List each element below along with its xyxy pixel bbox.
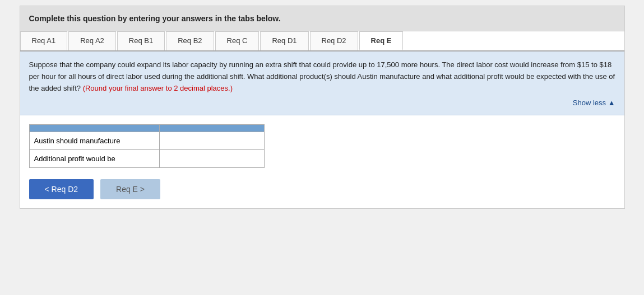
- additional-profit-input[interactable]: [164, 153, 259, 164]
- tab-req-a1[interactable]: Req A1: [20, 31, 68, 50]
- austin-manufacture-input[interactable]: [164, 135, 259, 146]
- show-less-container: Show less ▲: [29, 99, 615, 107]
- row1-input-cell[interactable]: [160, 132, 264, 150]
- row2-input-cell[interactable]: [160, 150, 264, 168]
- row1-label: Austin should manufacture: [29, 132, 160, 150]
- question-text-highlight: (Round your final answer to 2 decimal pl…: [83, 84, 233, 92]
- prev-button[interactable]: < Req D2: [29, 179, 94, 199]
- tabs-row: Req A1 Req A2 Req B1 Req B2 Req C Req D1…: [20, 31, 624, 51]
- next-button[interactable]: Req E >: [100, 179, 160, 199]
- show-less-link[interactable]: Show less ▲: [573, 99, 615, 107]
- table-header-right: [160, 125, 264, 132]
- row2-label: Additional profit would be: [29, 150, 160, 168]
- question-text: Suppose that the company could expand it…: [29, 59, 615, 94]
- tab-req-d2[interactable]: Req D2: [310, 31, 358, 50]
- table-row: Additional profit would be: [29, 150, 264, 168]
- buttons-row: < Req D2 Req E >: [29, 179, 615, 199]
- answer-table: Austin should manufacture Additional pro…: [29, 124, 265, 168]
- header-instruction: Complete this question by entering your …: [29, 14, 281, 23]
- tab-req-a2[interactable]: Req A2: [68, 31, 116, 50]
- main-container: Complete this question by entering your …: [20, 6, 625, 209]
- tab-req-c[interactable]: Req C: [215, 31, 260, 50]
- header-bar: Complete this question by entering your …: [20, 6, 624, 31]
- table-header-left: [29, 125, 160, 132]
- tab-req-e[interactable]: Req E: [359, 31, 404, 50]
- table-row: Austin should manufacture: [29, 132, 264, 150]
- question-area: Suppose that the company could expand it…: [20, 51, 624, 115]
- tab-req-b2[interactable]: Req B2: [166, 31, 214, 50]
- tab-req-d1[interactable]: Req D1: [260, 31, 308, 50]
- tab-req-b1[interactable]: Req B1: [117, 31, 165, 50]
- answer-section: Austin should manufacture Additional pro…: [20, 115, 624, 208]
